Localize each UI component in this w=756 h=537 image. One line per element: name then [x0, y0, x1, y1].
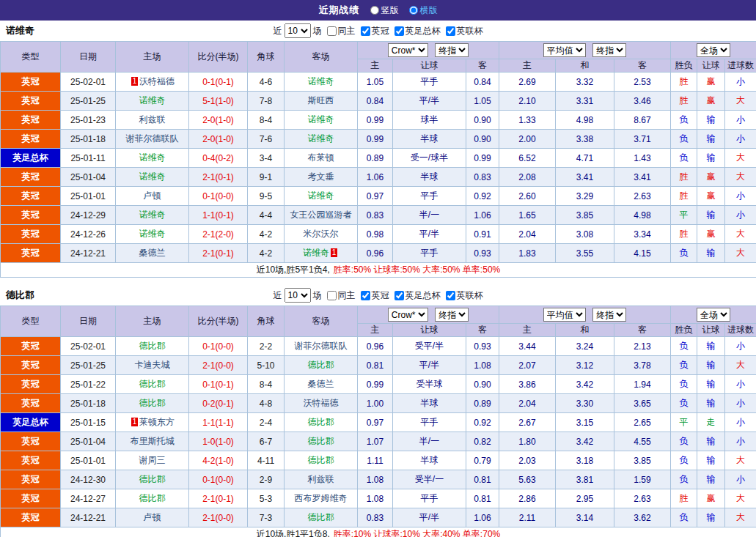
team-name[interactable]: 德比郡 [308, 360, 334, 370]
competition-cell[interactable]: 英冠 [1, 130, 61, 149]
team-name[interactable]: 诺维奇 [308, 114, 334, 125]
score-cell[interactable]: 1-1(1-1) [189, 413, 248, 432]
competition-cell[interactable]: 英冠 [1, 432, 61, 451]
team-name[interactable]: 利兹联 [308, 474, 334, 484]
score-cell[interactable]: 2-1(0-0) [189, 356, 248, 375]
competition-cell[interactable]: 英冠 [1, 73, 61, 92]
facup-checkbox[interactable] [394, 26, 404, 36]
team-name[interactable]: 德比郡 [308, 436, 334, 446]
same-home-checkbox[interactable] [327, 291, 337, 300]
eflcup-checkbox[interactable] [446, 26, 455, 36]
score-cell[interactable]: 0-1(0-0) [189, 337, 248, 356]
team-name[interactable]: 诺维奇 [308, 133, 334, 144]
team-name[interactable]: 德比郡 [139, 379, 166, 389]
competition-cell[interactable]: 英足总杯 [1, 149, 61, 168]
score-cell[interactable]: 2-1(0-1) [189, 489, 248, 508]
team-name[interactable]: 谢菲尔德联队 [126, 133, 179, 144]
team-name[interactable]: 米尔沃尔 [304, 229, 339, 239]
same-home-filter[interactable]: 同主 [327, 25, 356, 37]
competition-cell[interactable]: 英冠 [1, 244, 61, 263]
competition-cell[interactable]: 英冠 [1, 451, 61, 470]
competition-cell[interactable]: 英冠 [1, 111, 61, 130]
team-name[interactable]: 沃特福德 [139, 76, 175, 86]
competition-cell[interactable]: 英冠 [1, 394, 61, 413]
eu-final-select[interactable]: 终指 [592, 308, 626, 322]
ah-final-select[interactable]: 终指 [435, 43, 469, 57]
odds-company-select[interactable]: Crow* [388, 308, 428, 322]
fulltime-select[interactable]: 全场 [697, 308, 730, 322]
competition-cell[interactable]: 英冠 [1, 206, 61, 225]
team-name[interactable]: 德比郡 [308, 512, 334, 522]
team-name[interactable]: 诺维奇 [139, 210, 166, 220]
team-name[interactable]: 谢菲尔德联队 [295, 341, 348, 351]
eu-average-select[interactable]: 平均值 [543, 43, 586, 57]
eflcup-filter[interactable]: 英联杯 [446, 25, 483, 37]
team-name[interactable]: 诺维奇 [139, 229, 166, 239]
competition-cell[interactable]: 英足总杯 [1, 413, 61, 432]
score-cell[interactable]: 0-1(0-1) [189, 73, 248, 92]
score-cell[interactable]: 2-1(0-0) [189, 508, 248, 527]
team-name[interactable]: 西布罗姆维奇 [295, 493, 348, 503]
team-name[interactable]: 诺维奇 [308, 190, 334, 201]
league-checkbox[interactable] [361, 26, 370, 36]
score-cell[interactable]: 2-1(2-0) [189, 225, 248, 244]
team-name[interactable]: 德比郡 [139, 474, 166, 484]
team-name[interactable]: 布莱顿 [308, 152, 334, 163]
league-checkbox[interactable] [361, 291, 370, 300]
team-name[interactable]: 利兹联 [139, 114, 166, 125]
eu-average-select[interactable]: 平均值 [543, 308, 586, 322]
score-cell[interactable]: 2-1(0-1) [189, 244, 248, 263]
team-name[interactable]: 桑德兰 [139, 248, 166, 258]
team-name[interactable]: 桑德兰 [308, 379, 334, 389]
score-cell[interactable]: 4-2(1-0) [189, 451, 248, 470]
team-name[interactable]: 诺维奇 [303, 248, 329, 258]
competition-cell[interactable]: 英冠 [1, 470, 61, 489]
eflcup-checkbox[interactable] [446, 291, 455, 300]
competition-cell[interactable]: 英冠 [1, 489, 61, 508]
ah-final-select[interactable]: 终指 [435, 308, 469, 322]
team-name[interactable]: 德比郡 [308, 455, 334, 465]
eflcup-filter[interactable]: 英联杯 [446, 289, 483, 302]
team-name[interactable]: 德比郡 [308, 417, 334, 427]
league-filter[interactable]: 英冠 [361, 289, 389, 302]
score-cell[interactable]: 0-1(0-0) [189, 187, 248, 206]
layout-horizontal-option[interactable]: 横版 [409, 4, 438, 17]
score-cell[interactable]: 1-1(0-1) [189, 206, 248, 225]
team-name[interactable]: 德比郡 [139, 493, 166, 503]
team-name[interactable]: 考文垂 [308, 171, 334, 182]
team-name[interactable]: 卢顿 [144, 512, 161, 522]
team-name[interactable]: 女王公园巡游者 [290, 210, 352, 220]
competition-cell[interactable]: 英冠 [1, 168, 61, 187]
horizontal-radio[interactable] [409, 6, 418, 15]
team-name[interactable]: 德比郡 [139, 398, 166, 408]
facup-checkbox[interactable] [394, 291, 404, 300]
odds-company-select[interactable]: Crow* [388, 43, 428, 57]
team-name[interactable]: 卢顿 [144, 190, 161, 201]
fulltime-select[interactable]: 全场 [697, 43, 730, 57]
score-cell[interactable]: 0-2(0-1) [189, 394, 248, 413]
competition-cell[interactable]: 英冠 [1, 92, 61, 111]
eu-final-select[interactable]: 终指 [592, 43, 626, 57]
team-name[interactable]: 诺维奇 [139, 152, 166, 163]
layout-vertical-option[interactable]: 竖版 [370, 4, 399, 17]
vertical-radio[interactable] [370, 6, 379, 15]
team-name[interactable]: 德比郡 [139, 341, 166, 351]
league-filter[interactable]: 英冠 [361, 25, 389, 37]
team-name[interactable]: 诺维奇 [139, 171, 166, 182]
score-cell[interactable]: 2-0(1-0) [189, 130, 248, 149]
facup-filter[interactable]: 英足总杯 [394, 289, 441, 302]
rounds-select[interactable]: 10 [285, 288, 311, 303]
facup-filter[interactable]: 英足总杯 [394, 25, 441, 37]
same-home-checkbox[interactable] [327, 26, 337, 36]
competition-cell[interactable]: 英冠 [1, 356, 61, 375]
score-cell[interactable]: 0-1(0-0) [189, 470, 248, 489]
score-cell[interactable]: 0-4(0-2) [189, 149, 248, 168]
rounds-select[interactable]: 10 [285, 23, 311, 38]
team-name[interactable]: 布里斯托城 [131, 436, 175, 446]
competition-cell[interactable]: 英冠 [1, 225, 61, 244]
team-name[interactable]: 诺维奇 [139, 95, 166, 105]
team-name[interactable]: 斯旺西 [308, 95, 334, 105]
competition-cell[interactable]: 英冠 [1, 337, 61, 356]
score-cell[interactable]: 1-0(1-0) [189, 432, 248, 451]
competition-cell[interactable]: 英冠 [1, 508, 61, 527]
